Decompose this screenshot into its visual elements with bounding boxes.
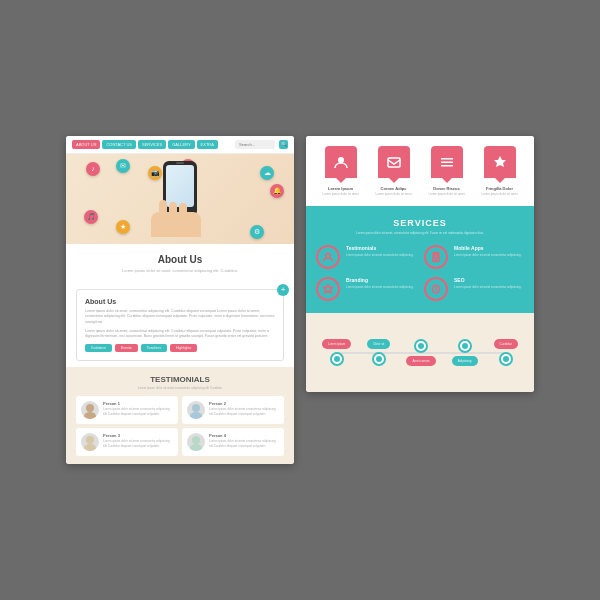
services-sub: Lorem ipsum dolor sit amet, consectetur …: [316, 231, 524, 236]
app-icon-5: ☁: [260, 166, 274, 180]
feature-desc-1: Lorem ipsum dolor sit amet: [314, 192, 367, 196]
testimonial-name-3: Person 3: [103, 433, 173, 438]
feature-desc-3: Lorem ipsum dolor sit amet: [420, 192, 473, 196]
services-grid: Testimonials Lorem ipsum dolor sit amet …: [316, 245, 524, 301]
service-2: Mobile Apps Lorem ipsum dolor sit amet c…: [424, 245, 524, 269]
svg-rect-9: [388, 158, 400, 167]
testimonial-name-1: Person 1: [103, 401, 173, 406]
svg-point-0: [86, 404, 94, 412]
about-box: + About Us Lorem ipsum dolor sit amet, c…: [76, 289, 284, 361]
timeline-node-5: Curabitur: [494, 339, 518, 366]
feature-2: Cornec Adipc Lorem ipsum dolor sit amet: [367, 146, 420, 196]
svg-rect-12: [441, 165, 453, 167]
phone-illustration: [159, 161, 201, 237]
svg-marker-13: [494, 156, 506, 167]
testimonial-text-3: Lorem ipsum dolor sit amet consectetur a…: [103, 439, 173, 448]
timeline-dot-5: [499, 352, 513, 366]
about-subtitle: Lorem ipsum dolor sit amet, consectetur …: [78, 268, 282, 274]
service-title-4: SEO: [454, 277, 522, 283]
service-text-2: Mobile Apps Lorem ipsum dolor sit amet c…: [454, 245, 522, 257]
testimonials-section: TESTIMONIALS Lorem ipsum dolor sit amet …: [66, 367, 294, 464]
about-box-title: About Us: [85, 298, 275, 305]
nav-about[interactable]: ABOUT US: [72, 140, 100, 149]
service-1: Testimonials Lorem ipsum dolor sit amet …: [316, 245, 416, 269]
about-btn-row: Guidance Events Teachers Highlights: [85, 344, 275, 352]
main-container: ABOUT US CONTACT US SERVICES GALLERY EXT…: [46, 116, 554, 485]
testimonials-grid: Person 1 Lorem ipsum dolor sit amet cons…: [76, 396, 284, 456]
timeline-node-3: Amet consec: [406, 339, 435, 366]
expand-button[interactable]: +: [277, 284, 289, 296]
about-heading-section: About Us Lorem ipsum dolor sit amet, con…: [66, 244, 294, 284]
about-title: About Us: [78, 254, 282, 265]
svg-point-5: [84, 444, 96, 451]
timeline-bubble-4: Adipiscing: [452, 356, 478, 366]
timeline-node-4: Adipiscing: [452, 339, 478, 366]
about-box-para2: Lorem ipsum dolor sit amet, consectetur …: [85, 329, 275, 340]
events-btn[interactable]: Events: [115, 344, 138, 352]
app-icon-9: 🔔: [270, 184, 284, 198]
testimonial-card-3: Person 3 Lorem ipsum dolor sit amet cons…: [76, 428, 178, 456]
nav-contact[interactable]: CONTACT US: [102, 140, 136, 149]
service-title-3: Branding: [346, 277, 414, 283]
feature-3: Donec Riscus Lorem ipsum dolor sit amet: [420, 146, 473, 196]
testimonial-text-1: Lorem ipsum dolor sit amet consectetur a…: [103, 407, 173, 416]
nav-services[interactable]: SERVICES: [138, 140, 166, 149]
service-title-2: Mobile Apps: [454, 245, 522, 251]
services-section: SERVICES Lorem ipsum dolor sit amet, con…: [306, 206, 534, 314]
highlights-btn[interactable]: Highlights: [170, 344, 197, 352]
search-icon[interactable]: 🔍: [279, 140, 288, 149]
avatar-2: [187, 401, 205, 419]
svg-point-4: [86, 436, 94, 444]
timeline-row: Lorem ipsum Dolor sit Amet consec: [314, 323, 526, 382]
feature-icon-1: [325, 146, 357, 178]
feature-title-3: Donec Riscus: [420, 186, 473, 191]
feature-icon-4: [484, 146, 516, 178]
guidance-btn[interactable]: Guidance: [85, 344, 112, 352]
services-heading: SERVICES: [316, 218, 524, 228]
service-icon-4: [424, 277, 448, 301]
svg-point-1: [84, 412, 96, 419]
about-box-para1: Lorem ipsum dolor sit amet, consectetur …: [85, 309, 275, 325]
service-icon-3: [316, 277, 340, 301]
service-title-1: Testimonials: [346, 245, 414, 251]
timeline-section: Lorem ipsum Dolor sit Amet consec: [306, 313, 534, 392]
service-text-1: Testimonials Lorem ipsum dolor sit amet …: [346, 245, 414, 257]
avatar-4: [187, 433, 205, 451]
feature-icon-2: [378, 146, 410, 178]
svg-point-8: [338, 157, 344, 163]
timeline-bubble-1: Lorem ipsum: [322, 339, 351, 349]
search-input[interactable]: [235, 140, 275, 149]
timeline-bubble-5: Curabitur: [494, 339, 518, 349]
svg-rect-11: [441, 161, 453, 163]
testimonials-heading: TESTIMONIALS: [76, 375, 284, 384]
service-icon-1: [316, 245, 340, 269]
right-page: Lorem Ipsum Lorem ipsum dolor sit amet C…: [306, 136, 534, 393]
app-icon-1: ♪: [86, 162, 100, 176]
testimonial-name-2: Person 2: [209, 401, 279, 406]
nav-gallery[interactable]: GALLERY: [168, 140, 194, 149]
avatar-3: [81, 433, 99, 451]
timeline-node-1: Lorem ipsum: [322, 339, 351, 366]
nav-bar: ABOUT US CONTACT US SERVICES GALLERY EXT…: [66, 136, 294, 154]
service-desc-3: Lorem ipsum dolor sit amet consectetur a…: [346, 285, 414, 289]
feature-title-1: Lorem Ipsum: [314, 186, 367, 191]
feature-title-2: Cornec Adipc: [367, 186, 420, 191]
timeline-bubble-2: Dolor sit: [367, 339, 390, 349]
nav-extra[interactable]: EXTRA: [197, 140, 218, 149]
feature-title-4: Fringilla Dolor: [473, 186, 526, 191]
service-text-3: Branding Lorem ipsum dolor sit amet cons…: [346, 277, 414, 289]
service-icon-2: [424, 245, 448, 269]
timeline-dot-2: [372, 352, 386, 366]
timeline-node-2: Dolor sit: [367, 339, 390, 366]
timeline-dot-3: [414, 339, 428, 353]
left-page: ABOUT US CONTACT US SERVICES GALLERY EXT…: [66, 136, 294, 465]
timeline-dot-4: [458, 339, 472, 353]
svg-rect-10: [441, 158, 453, 160]
feature-desc-4: Lorem ipsum dolor sit amet: [473, 192, 526, 196]
timeline-bubble-3: Amet consec: [406, 356, 435, 366]
testimonial-card-2: Person 2 Lorem ipsum dolor sit amet cons…: [182, 396, 284, 424]
teachers-btn[interactable]: Teachers: [141, 344, 167, 352]
service-desc-4: Lorem ipsum dolor sit amet consectetur a…: [454, 285, 522, 289]
svg-point-6: [192, 436, 200, 444]
features-row: Lorem Ipsum Lorem ipsum dolor sit amet C…: [306, 136, 534, 206]
